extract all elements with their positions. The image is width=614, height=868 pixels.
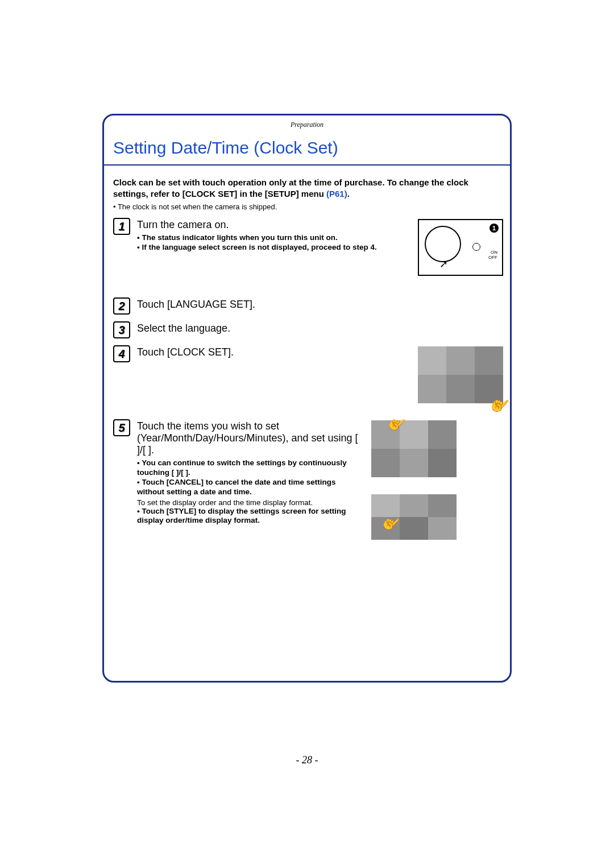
step-title: Turn the camera on. (137, 219, 411, 231)
step-title: Touch the items you wish to set (Year/Mo… (137, 420, 364, 456)
on-label: ON (491, 250, 497, 255)
step-body: Turn the camera on. • The status indicat… (137, 219, 411, 253)
arrow-icon: ➚ (439, 258, 448, 270)
screen-figures-stack: ☝ ☝ (371, 420, 457, 540)
title-wrap: Setting Date/Time (Clock Set) (110, 134, 504, 164)
touchscreen-diagram: ☝ (418, 346, 503, 403)
step-body: Touch the items you wish to set (Year/Mo… (137, 420, 364, 526)
step-sub-2-end: . (375, 243, 377, 251)
manual-page: Preparation Setting Date/Time (Clock Set… (102, 114, 512, 683)
step-sub-2: • If the language select screen is not d… (137, 243, 411, 253)
page-title: Setting Date/Time (Clock Set) (110, 138, 504, 158)
camera-figure: 1 ON OFF ➚ (418, 219, 503, 276)
step-number: 3 (118, 324, 125, 337)
step5-sub3: • Touch [STYLE] to display the settings … (137, 507, 364, 526)
off-label: OFF (488, 255, 497, 260)
step5-plain: To set the display order and the time di… (137, 498, 364, 507)
step-title: Select the language. (137, 323, 503, 334)
step-sub-1: • The status indicator lights when you t… (137, 233, 411, 243)
camera-indicator-icon (472, 243, 480, 251)
step-number: 2 (118, 300, 125, 313)
step-number: 4 (118, 348, 125, 361)
touchscreen-diagram (371, 420, 457, 477)
step-badge-2: 2 (113, 297, 130, 315)
step-3: 3 Select the language. (113, 323, 503, 338)
step-2: 2 Touch [LANGUAGE SET]. (113, 299, 503, 315)
step5-sub1: • You can continue to switch the setting… (137, 458, 364, 478)
camera-diagram: 1 ON OFF ➚ (418, 219, 503, 276)
step-body: Select the language. (137, 323, 503, 337)
page-reference-link[interactable]: (P61) (326, 189, 347, 199)
step-badge-3: 3 (113, 321, 130, 338)
callout-badge-1: 1 (489, 224, 499, 233)
step-ref: 4 (371, 243, 375, 251)
screen-figure-3: ☝ (371, 494, 457, 540)
camera-on-off-label: ON OFF (488, 250, 497, 260)
screen-figure-1: ☝ (418, 346, 503, 403)
step5-sub2: • Touch [CANCEL] to cancel the date and … (137, 478, 364, 497)
step-5: 5 Touch the items you wish to set (Year/… (113, 420, 503, 540)
step-title: Touch [LANGUAGE SET]. (137, 299, 503, 311)
step-number: 5 (118, 421, 125, 435)
step-badge-5: 5 (113, 419, 130, 436)
step-body: Touch [LANGUAGE SET]. (137, 299, 503, 313)
step-title: Touch [CLOCK SET]. (137, 346, 411, 358)
step-4: 4 Touch [CLOCK SET]. ☝ (113, 346, 503, 403)
page-content: Clock can be set with touch operation on… (104, 172, 510, 540)
intro-part2: . (347, 189, 350, 199)
intro-text: Clock can be set with touch operation on… (113, 177, 503, 199)
page-header: Preparation Setting Date/Time (Clock Set… (104, 115, 510, 166)
section-label: Preparation (291, 121, 323, 129)
step-number: 1 (118, 220, 125, 233)
step-1: 1 Turn the camera on. • The status indic… (113, 219, 503, 276)
note-text: • The clock is not set when the camera i… (113, 202, 503, 211)
step-badge-1: 1 (113, 218, 130, 235)
step-badge-4: 4 (113, 345, 130, 362)
intro-part1: Clock can be set with touch operation on… (113, 177, 468, 199)
step-body: Touch [CLOCK SET]. (137, 346, 411, 361)
screen-figure-2: ☝ (371, 420, 457, 477)
camera-knob-icon (425, 226, 461, 262)
page-number: - 28 - (104, 754, 510, 766)
step-sub-2-text: • If the language select screen is not d… (137, 243, 371, 251)
